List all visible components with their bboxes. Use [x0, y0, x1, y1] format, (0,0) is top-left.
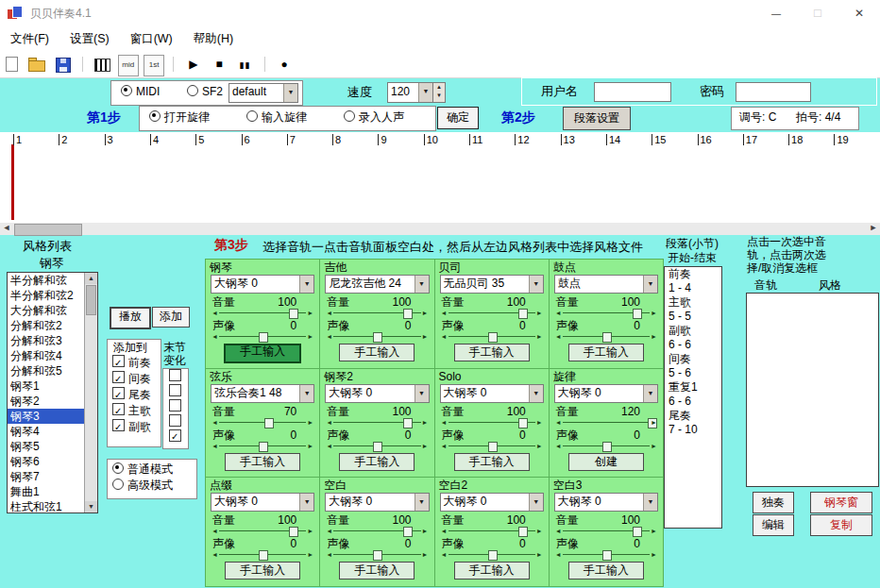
section-list-item[interactable]: 间奏	[665, 352, 721, 366]
slider-right-icon[interactable]	[306, 332, 314, 342]
midi-file-icon[interactable]: mid	[118, 55, 139, 76]
play-style-button[interactable]: 播放	[110, 307, 151, 329]
slider-left-icon[interactable]	[325, 332, 333, 342]
record-voice-radio[interactable]: 录入人声	[344, 107, 404, 128]
slider-left-icon[interactable]	[554, 550, 563, 560]
spin-down-icon[interactable]	[433, 92, 445, 100]
scroll-up-icon[interactable]	[85, 273, 97, 284]
slider-right-icon[interactable]	[421, 442, 430, 451]
volume-slider[interactable]	[211, 418, 314, 428]
track-panel[interactable]: 空白3 大钢琴 0 音量100 声像0 手工输入	[550, 478, 663, 586]
copy-button[interactable]: 复制	[810, 514, 872, 536]
scroll-down-icon[interactable]	[85, 501, 97, 512]
style-list-item[interactable]: 钢琴6	[8, 454, 85, 469]
bar-change-option[interactable]	[163, 399, 188, 414]
slider-left-icon[interactable]	[211, 550, 219, 560]
manual-input-button[interactable]: 手工输入	[454, 562, 530, 580]
checkbox-icon[interactable]	[112, 355, 125, 367]
volume-slider[interactable]	[325, 309, 429, 318]
track-panel[interactable]: 贝司 无品贝司 35 音量100 声像0 手工输入	[435, 260, 549, 368]
section-list-item[interactable]: 5 - 6	[665, 366, 721, 380]
volume-slider[interactable]	[211, 527, 314, 536]
menu-item-1[interactable]: 文件(F)	[0, 26, 59, 52]
slider-thumb[interactable]	[259, 442, 268, 452]
style-list-item[interactable]: 半分解和弦2	[8, 288, 85, 303]
pan-slider[interactable]	[325, 550, 429, 560]
checkbox-icon[interactable]	[169, 369, 181, 381]
section-list-item[interactable]: 5 - 5	[665, 310, 721, 324]
style-list-item[interactable]: 分解和弦4	[8, 348, 85, 363]
slider-thumb[interactable]	[633, 527, 642, 537]
add-style-button[interactable]: 添加	[152, 307, 190, 328]
slider-left-icon[interactable]	[325, 527, 333, 536]
volume-slider[interactable]	[440, 309, 544, 318]
volume-slider[interactable]	[554, 418, 658, 428]
pan-slider[interactable]	[554, 550, 658, 560]
volume-slider[interactable]	[325, 418, 429, 428]
scroll-thumb[interactable]	[14, 224, 82, 236]
track-panel[interactable]: 旋律 大钢琴 0 音量120 声像0 创建	[550, 369, 663, 478]
record-icon[interactable]	[274, 55, 295, 75]
track-panel[interactable]: 空白2 大钢琴 0 音量100 声像0 手工输入	[435, 478, 549, 586]
track-panel[interactable]: 点缀 大钢琴 0 音量100 声像0 手工输入	[206, 478, 319, 586]
speed-spinner[interactable]	[432, 82, 446, 103]
instrument-select[interactable]: 尼龙弦吉他 24	[325, 275, 429, 294]
slider-right-icon[interactable]	[306, 442, 314, 451]
slider-left-icon[interactable]	[325, 550, 333, 560]
style-list-item[interactable]: 分解和弦3	[8, 333, 85, 348]
play-icon[interactable]	[183, 55, 204, 75]
slider-left-icon[interactable]	[325, 418, 333, 428]
instrument-select[interactable]: 大钢琴 0	[440, 384, 544, 403]
style-list-item[interactable]: 柱式和弦1	[8, 499, 85, 513]
confirm-button[interactable]: 确定	[437, 107, 479, 129]
pan-slider[interactable]	[325, 442, 429, 451]
instrument-select[interactable]: 大钢琴 0	[325, 384, 429, 403]
checkbox-icon[interactable]	[112, 371, 125, 383]
stop-icon[interactable]	[209, 55, 229, 75]
slider-thumb[interactable]	[259, 332, 268, 343]
pan-slider[interactable]	[554, 332, 658, 342]
manual-input-button[interactable]: 手工输入	[339, 453, 415, 471]
slider-left-icon[interactable]	[554, 418, 563, 428]
volume-slider[interactable]	[440, 527, 544, 536]
section-list-item[interactable]: 7 - 10	[665, 423, 721, 437]
scroll-left-icon[interactable]: ◄	[0, 223, 13, 235]
add-to-option[interactable]: 前奏	[108, 355, 161, 371]
slider-left-icon[interactable]	[211, 418, 219, 428]
slider-left-icon[interactable]	[440, 418, 448, 428]
track-panel-area[interactable]: 12345678910111213141516171819	[0, 132, 880, 223]
manual-input-button[interactable]: 手工输入	[339, 562, 415, 580]
instrument-select[interactable]: 大钢琴 0	[325, 493, 429, 512]
track-panel[interactable]: Solo 大钢琴 0 音量100 声像0 手工输入	[435, 369, 549, 478]
manual-input-button[interactable]: 手工输入	[454, 344, 530, 361]
slider-thumb[interactable]	[488, 442, 498, 452]
add-to-option[interactable]: 主歌	[108, 403, 161, 419]
input-melody-radio[interactable]: 输入旋律	[246, 107, 307, 128]
pan-slider[interactable]	[211, 550, 314, 560]
slider-left-icon[interactable]	[554, 527, 563, 536]
section-list-item[interactable]: 副歌	[665, 324, 721, 338]
slider-right-icon[interactable]	[535, 527, 544, 536]
section-list-item[interactable]: 6 - 6	[665, 395, 721, 409]
slider-right-icon[interactable]	[306, 550, 314, 560]
track-panel[interactable]: 空白 大钢琴 0 音量100 声像0 手工输入	[320, 478, 433, 586]
edit-button[interactable]: 编辑	[753, 514, 794, 536]
track-panel[interactable]: 钢琴 大钢琴 0 音量100 声像0 手工输入	[206, 260, 319, 368]
slider-thumb[interactable]	[289, 527, 298, 537]
slider-right-icon[interactable]	[535, 309, 544, 318]
instrument-select[interactable]: 大钢琴 0	[211, 275, 314, 294]
instrument-select[interactable]: 鼓点	[554, 275, 658, 294]
pan-slider[interactable]	[325, 332, 429, 342]
menu-item-4[interactable]: 帮助(H)	[183, 26, 244, 52]
pan-slider[interactable]	[211, 442, 314, 451]
pan-slider[interactable]	[440, 332, 544, 342]
instrument-select[interactable]: 大钢琴 0	[211, 493, 314, 512]
slider-left-icon[interactable]	[211, 309, 219, 318]
style-list-item[interactable]: 分解和弦2	[8, 318, 85, 333]
manual-input-button[interactable]: 手工输入	[568, 344, 644, 361]
slider-left-icon[interactable]	[325, 442, 333, 451]
scroll-right-icon[interactable]: ►	[867, 223, 880, 235]
pan-slider[interactable]	[440, 550, 544, 560]
slider-right-icon[interactable]	[650, 550, 658, 560]
track-panel[interactable]: 弦乐 弦乐合奏1 48 音量70 声像0 手工输入	[206, 369, 319, 478]
